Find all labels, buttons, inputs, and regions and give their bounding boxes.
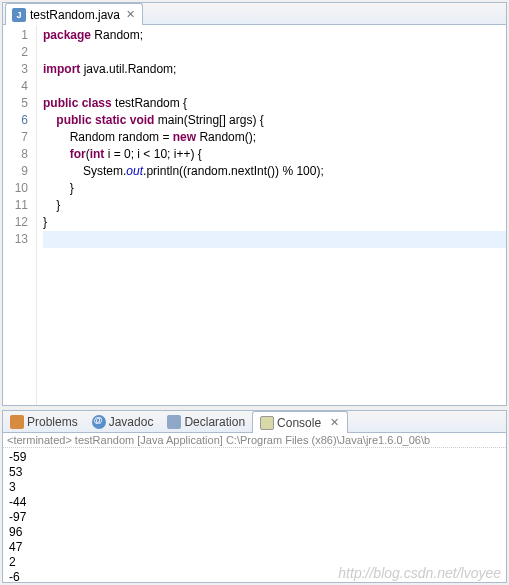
code-line[interactable]: public class testRandom {: [43, 95, 506, 112]
editor-tab-bar: J testRandom.java ✕: [3, 3, 506, 25]
tab-label: testRandom.java: [30, 8, 120, 22]
tab-console[interactable]: Console ✕: [252, 411, 348, 433]
code-line[interactable]: [43, 44, 506, 61]
code-line[interactable]: package Random;: [43, 27, 506, 44]
line-number: 1: [3, 27, 28, 44]
line-number: 12: [3, 214, 28, 231]
line-number: 3: [3, 61, 28, 78]
console-output[interactable]: -59533-44-9796472-636: [3, 448, 506, 583]
code-line[interactable]: [43, 78, 506, 95]
code-line[interactable]: import java.util.Random;: [43, 61, 506, 78]
output-line: 47: [9, 540, 500, 555]
code-line[interactable]: System.out.println((random.nextInt()) % …: [43, 163, 506, 180]
view-tab-bar: Problems Javadoc Declaration Console ✕: [3, 411, 506, 433]
line-number: 11: [3, 197, 28, 214]
java-file-icon: J: [12, 8, 26, 22]
tab-label: Javadoc: [109, 415, 154, 429]
code-editor[interactable]: 12345678910111213 package Random; import…: [3, 25, 506, 405]
bottom-panel: Problems Javadoc Declaration Console ✕ <…: [2, 410, 507, 583]
tab-declaration[interactable]: Declaration: [160, 411, 252, 433]
code-line[interactable]: }: [43, 214, 506, 231]
line-number: 9: [3, 163, 28, 180]
output-line: 53: [9, 465, 500, 480]
tab-label: Console: [277, 416, 321, 430]
code-line[interactable]: Random random = new Random();: [43, 129, 506, 146]
output-line: -59: [9, 450, 500, 465]
line-number: 13: [3, 231, 28, 248]
tab-problems[interactable]: Problems: [3, 411, 85, 433]
javadoc-icon: [92, 415, 106, 429]
console-icon: [260, 416, 274, 430]
declaration-icon: [167, 415, 181, 429]
output-line: 96: [9, 525, 500, 540]
code-line[interactable]: }: [43, 197, 506, 214]
line-number: 8: [3, 146, 28, 163]
close-icon[interactable]: ✕: [328, 417, 340, 429]
close-icon[interactable]: ✕: [124, 9, 136, 21]
output-line: -44: [9, 495, 500, 510]
problems-icon: [10, 415, 24, 429]
tab-label: Declaration: [184, 415, 245, 429]
code-line[interactable]: [43, 231, 506, 248]
output-line: -6: [9, 570, 500, 583]
editor-panel: J testRandom.java ✕ 12345678910111213 pa…: [2, 2, 507, 406]
output-line: 2: [9, 555, 500, 570]
code-content[interactable]: package Random; import java.util.Random;…: [37, 25, 506, 405]
code-line[interactable]: for(int i = 0; i < 10; i++) {: [43, 146, 506, 163]
code-line[interactable]: public static void main(String[] args) {: [43, 112, 506, 129]
line-number: 5: [3, 95, 28, 112]
line-number: 6: [3, 112, 28, 129]
output-line: -97: [9, 510, 500, 525]
tab-javadoc[interactable]: Javadoc: [85, 411, 161, 433]
line-number: 2: [3, 44, 28, 61]
console-status: <terminated> testRandom [Java Applicatio…: [3, 433, 506, 448]
line-number-gutter: 12345678910111213: [3, 25, 37, 405]
tab-label: Problems: [27, 415, 78, 429]
code-line[interactable]: }: [43, 180, 506, 197]
line-number: 7: [3, 129, 28, 146]
output-line: 3: [9, 480, 500, 495]
ide-window: J testRandom.java ✕ 12345678910111213 pa…: [0, 0, 509, 585]
line-number: 4: [3, 78, 28, 95]
line-number: 10: [3, 180, 28, 197]
editor-tab[interactable]: J testRandom.java ✕: [5, 3, 143, 25]
